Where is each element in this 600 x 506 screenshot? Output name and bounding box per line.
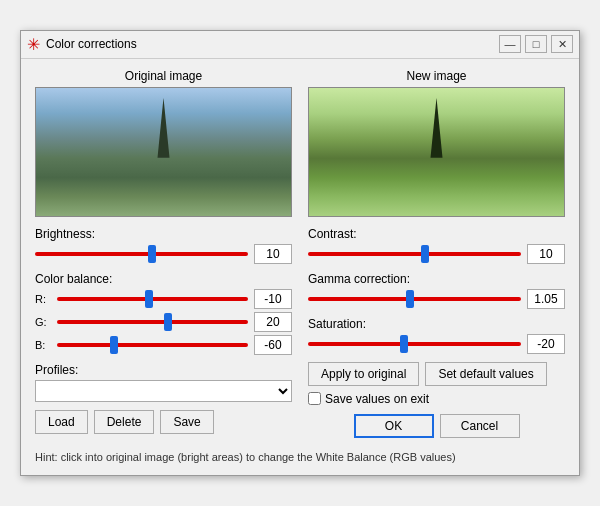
minimize-button[interactable]: — (499, 35, 521, 53)
r-slider-container (57, 289, 248, 309)
g-label: G: (35, 316, 51, 328)
gamma-slider-row: 1.05 (308, 289, 565, 309)
saturation-slider-container (308, 334, 521, 354)
hint-text: Hint: click into original image (bright … (35, 450, 565, 465)
window-title: Color corrections (46, 37, 499, 51)
saturation-label: Saturation: (308, 317, 565, 331)
brightness-track (35, 252, 248, 256)
gamma-thumb[interactable] (406, 290, 414, 308)
main-content: Original image New image Brightness: (21, 59, 579, 475)
r-label: R: (35, 293, 51, 305)
r-slider-row: R: -10 (35, 289, 292, 309)
profiles-label: Profiles: (35, 363, 292, 377)
saturation-value[interactable]: -20 (527, 334, 565, 354)
profiles-section: Profiles: (35, 363, 292, 402)
contrast-thumb[interactable] (421, 245, 429, 263)
controls-left: Brightness: 10 Color balance: (35, 227, 292, 442)
ok-button[interactable]: OK (354, 414, 434, 438)
brightness-slider-container (35, 244, 248, 264)
saturation-track (308, 342, 521, 346)
apply-to-original-button[interactable]: Apply to original (308, 362, 419, 386)
original-image-label: Original image (125, 69, 202, 83)
brightness-slider-row: 10 (35, 244, 292, 264)
save-on-exit-label: Save values on exit (308, 392, 429, 406)
original-image[interactable] (35, 87, 292, 217)
color-corrections-window: ✳ Color corrections — □ ✕ Original image… (20, 30, 580, 476)
b-slider-row: B: -60 (35, 335, 292, 355)
brightness-label: Brightness: (35, 227, 292, 241)
images-row: Original image New image (35, 69, 565, 217)
save-exit-row: Save values on exit (308, 392, 565, 406)
gamma-label: Gamma correction: (308, 272, 565, 286)
save-on-exit-text: Save values on exit (325, 392, 429, 406)
brightness-value[interactable]: 10 (254, 244, 292, 264)
contrast-slider-container (308, 244, 521, 264)
b-slider-container (57, 335, 248, 355)
saturation-slider-row: -20 (308, 334, 565, 354)
gamma-value[interactable]: 1.05 (527, 289, 565, 309)
controls-right: Contrast: 10 Gamma correction: (308, 227, 565, 442)
contrast-label: Contrast: (308, 227, 565, 241)
ok-cancel-row: OK Cancel (308, 414, 565, 438)
b-track (57, 343, 248, 347)
maximize-button[interactable]: □ (525, 35, 547, 53)
save-button[interactable]: Save (160, 410, 213, 434)
save-on-exit-checkbox[interactable] (308, 392, 321, 405)
contrast-slider-row: 10 (308, 244, 565, 264)
delete-button[interactable]: Delete (94, 410, 155, 434)
set-default-values-button[interactable]: Set default values (425, 362, 546, 386)
load-button[interactable]: Load (35, 410, 88, 434)
contrast-control: Contrast: 10 (308, 227, 565, 264)
color-balance-control: Color balance: R: -10 G: (35, 272, 292, 355)
r-thumb[interactable] (145, 290, 153, 308)
gamma-slider-container (308, 289, 521, 309)
brightness-control: Brightness: 10 (35, 227, 292, 264)
saturation-control: Saturation: -20 (308, 317, 565, 354)
color-balance-label: Color balance: (35, 272, 292, 286)
titlebar: ✳ Color corrections — □ ✕ (21, 31, 579, 59)
cancel-button[interactable]: Cancel (440, 414, 520, 438)
original-image-section: Original image (35, 69, 292, 217)
r-value[interactable]: -10 (254, 289, 292, 309)
window-controls: — □ ✕ (499, 35, 573, 53)
b-value[interactable]: -60 (254, 335, 292, 355)
load-delete-save-row: Load Delete Save (35, 410, 292, 434)
g-value[interactable]: 20 (254, 312, 292, 332)
brightness-thumb[interactable] (148, 245, 156, 263)
g-track (57, 320, 248, 324)
controls-row: Brightness: 10 Color balance: (35, 227, 565, 442)
contrast-value[interactable]: 10 (527, 244, 565, 264)
profiles-dropdown[interactable] (35, 380, 292, 402)
b-thumb[interactable] (110, 336, 118, 354)
close-button[interactable]: ✕ (551, 35, 573, 53)
r-track (57, 297, 248, 301)
g-slider-row: G: 20 (35, 312, 292, 332)
saturation-thumb[interactable] (400, 335, 408, 353)
b-label: B: (35, 339, 51, 351)
gamma-control: Gamma correction: 1.05 (308, 272, 565, 309)
g-thumb[interactable] (164, 313, 172, 331)
app-icon: ✳ (27, 35, 40, 54)
new-image-label: New image (406, 69, 466, 83)
new-image-section: New image (308, 69, 565, 217)
contrast-track (308, 252, 521, 256)
new-image (308, 87, 565, 217)
gamma-track (308, 297, 521, 301)
apply-defaults-row: Apply to original Set default values (308, 362, 565, 386)
g-slider-container (57, 312, 248, 332)
